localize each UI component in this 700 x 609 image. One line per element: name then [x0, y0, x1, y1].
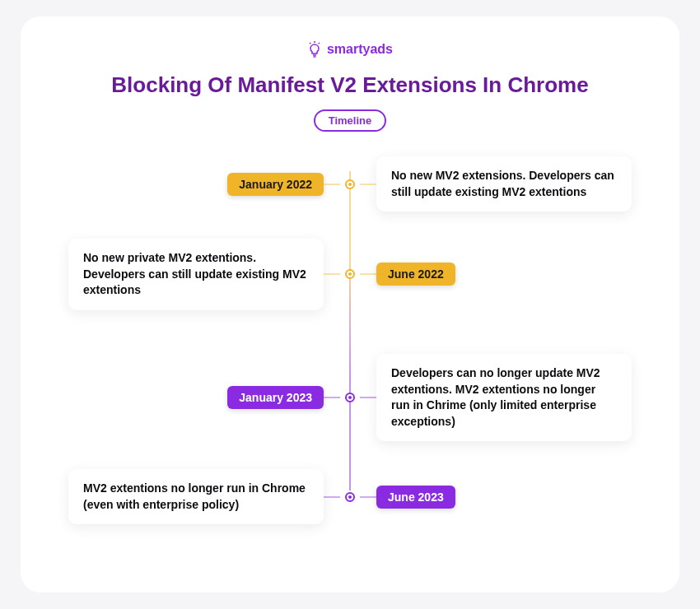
date-pill: January 2022 — [227, 173, 324, 196]
date-pill: June 2022 — [376, 263, 455, 286]
timeline-badge: Timeline — [314, 109, 387, 132]
timeline-dot-icon — [345, 393, 355, 402]
timeline-container: January 2022 No new MV2 extensions. Deve… — [54, 156, 646, 568]
svg-line-2 — [319, 43, 320, 44]
event-description: MV2 extentions no longer run in Chrome (… — [68, 469, 324, 524]
brand-name: smartyads — [327, 42, 393, 57]
event-description: No new private MV2 extentions. Developer… — [68, 239, 324, 310]
date-pill: January 2023 — [227, 386, 324, 409]
timeline-card: smartyads Blocking Of Manifest V2 Extens… — [21, 16, 679, 593]
event-description: No new MV2 extensions. Developers can st… — [376, 156, 632, 212]
svg-line-1 — [310, 43, 310, 44]
timeline-dot-icon — [345, 179, 355, 189]
page-title: Blocking Of Manifest V2 Extensions In Ch… — [54, 72, 646, 98]
timeline-dot-icon — [345, 269, 355, 279]
date-pill: June 2023 — [376, 486, 455, 509]
event-description: Developers can no longer update MV2 exte… — [376, 354, 632, 441]
logo: smartyads — [54, 41, 646, 58]
lightbulb-icon — [307, 41, 322, 58]
timeline-dot-icon — [345, 492, 355, 502]
